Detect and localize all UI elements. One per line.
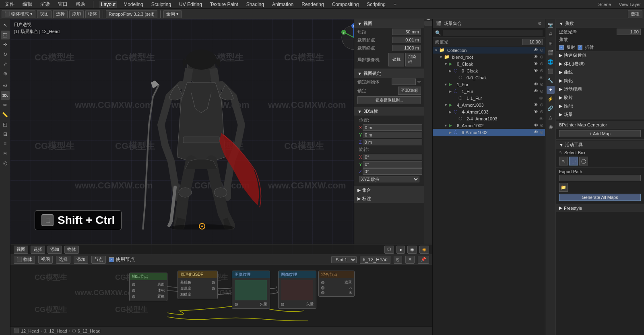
tool-icon-1[interactable]: ↖ [559,157,568,165]
select-icon-cloak-group[interactable]: ⊙ [540,61,543,66]
viewport-3d[interactable]: CG模型生 CG模型生 CG模型生 CG模型生 CG模型生 www.CGMXW.… [10,19,432,254]
pos-z-input[interactable] [363,139,422,145]
tab-modeling[interactable]: Modeling [122,1,145,8]
slot-select[interactable]: Slot 1 [331,256,357,263]
fast-gi-header[interactable]: ▶ 快速GI近似 [556,51,644,60]
clip-end-input[interactable] [392,45,421,51]
v3-btn[interactable]: V3 [1,81,10,90]
reflection-checkbox[interactable]: ✓ [559,45,564,50]
node-node-btn[interactable]: 节点 [91,256,106,264]
object-props-icon[interactable]: ⬛ [547,67,555,75]
retopo-btn[interactable]: RetopoFlow 3.2.3 (self) [106,10,157,18]
node-3[interactable]: 图像纹理 矢量 [232,271,270,309]
tool-select-box[interactable]: ⬚ [1,31,10,39]
node-add-btn[interactable]: 添加 [74,256,88,264]
solid-mode[interactable]: ● [396,246,405,254]
tab-texture-paint[interactable]: Texture Paint [208,1,240,8]
eye-icon-armor1003-sub[interactable]: 👁 [539,116,543,121]
item-header[interactable]: ▶ 标注 [354,194,424,203]
eye-icon-armor1003[interactable]: 👁 [534,102,538,108]
wireframe-toggle[interactable]: ⬡ [384,246,394,254]
select-icon-armor1002-group[interactable]: ⊙ [540,123,543,128]
tab-rendering[interactable]: Rendering [300,1,325,8]
collections-header[interactable]: ▶ 集合 [354,186,424,194]
material-props-icon[interactable]: ◉ [547,123,555,131]
pos-y-input[interactable] [363,132,422,138]
objectdata-props-icon[interactable]: △ [547,114,555,122]
tab-layout[interactable]: Layout [99,1,117,8]
cursor-3d-header[interactable]: ▼ 3D游标 [354,107,424,116]
object-mode-select[interactable]: ⬛ 物体模式 ▾ [2,10,35,18]
tool-extra1[interactable]: ◱ [1,120,10,129]
node-canvas[interactable]: CG模型生 CG模型生 CG模型生 www.CGMXW.com www.CGMX… [10,265,432,326]
eye-icon-fur-sub[interactable]: 👁 [539,96,543,101]
select-icon-fur-group[interactable]: ⊙ [540,82,543,87]
scene-header[interactable]: ▶ 场景 [556,110,644,119]
tool-m[interactable]: M [1,149,10,158]
filter-glossy-input[interactable] [617,29,641,35]
select-icon-armor1002-obj[interactable]: ⊙ [540,130,543,135]
tool-scale[interactable]: ⤢ [1,60,10,68]
tab-animation[interactable]: Animation [270,1,295,8]
render-region-btn[interactable]: 渲染框 [405,53,421,66]
tree-cloak-sub[interactable]: ⬡ 0-0_Cloak 👁 [433,74,545,81]
filter-icon[interactable]: ⚙ [538,21,542,26]
select-icon-collection[interactable]: ⊙ [540,48,543,53]
eye-icon-cloak-obj[interactable]: 👁 [534,68,538,73]
export-path-input[interactable] [559,175,641,181]
tool-cursor[interactable]: ↖ [1,21,10,30]
menu-help[interactable]: 帮助 [74,0,87,8]
view-section-header[interactable]: ▼ 视图 [354,19,424,28]
add-menu-btn[interactable]: 添加 [69,10,84,18]
tree-fur-sub[interactable]: ⬡ 1-1_Fur 👁 [433,95,545,101]
film-header[interactable]: ▶ 胶片 [556,93,644,102]
particles-props-icon[interactable]: ✦ [547,86,555,94]
select-icon-cloak-obj[interactable]: ⊙ [540,68,543,73]
lock-edit-icon[interactable]: ✏ [417,79,421,85]
viewport-select-btn[interactable]: 选择 [31,246,45,254]
clip-start-input[interactable] [392,37,421,43]
tree-cloak-group[interactable]: ▼ ▶ 0_Cloak 👁 ⊙ [433,60,545,67]
tree-blend-root[interactable]: ▼ 📁 blend_root 👁 ⊙ [433,54,545,60]
tree-armor1003-group[interactable]: ▼ ▶ 4_Armor1003 👁 ⊙ [433,101,545,108]
tab-extra[interactable]: + [392,1,398,8]
modifier-props-icon[interactable]: 🔧 [547,77,555,85]
xyz-euler-select[interactable]: XYZ 欧拉 [359,176,419,182]
tab-compositing[interactable]: Compositing [330,1,361,8]
select-icon-fur-obj[interactable]: ⊙ [540,89,543,94]
tab-sculpting[interactable]: Sculpting [150,1,173,8]
tool-rotate[interactable]: ↻ [1,50,10,59]
active-tool-header[interactable]: ▼ 活动工具 [556,141,644,149]
node-2[interactable]: 原理化BSDF 基础色 金属度 粗糙度 [178,271,218,299]
eye-icon-armor1002-obj[interactable]: 👁 [534,130,538,135]
menu-render[interactable]: 渲染 [39,0,52,8]
freestyle-header[interactable]: ▶ Freestyle [556,204,644,212]
curves-header[interactable]: ▶ 曲线 [556,68,644,77]
tab-uv-editing[interactable]: UV Editing [178,1,204,8]
folder-browse-btn[interactable]: 📁 [559,183,568,192]
select-icon-blend-root[interactable]: ⊙ [540,54,543,60]
node-view-btn[interactable]: 视图 [38,256,53,264]
threshold-input[interactable] [522,39,543,45]
menu-file[interactable]: 文件 [3,0,16,8]
tool-extra2[interactable]: ⊟ [1,130,10,139]
tool-annotate[interactable]: ✏ [1,101,10,110]
select-menu-btn[interactable]: 选择 [53,10,68,18]
select-icon-armor1003[interactable]: ⊙ [540,102,543,108]
use-nodes-checkbox[interactable]: ✓ [109,257,114,262]
rot-z-input[interactable] [363,168,422,175]
render-mode[interactable]: ◉ [419,246,429,254]
simplify-header[interactable]: ▶ 简化 [556,77,644,85]
add-map-btn[interactable]: + Add Map [559,130,641,137]
tree-cloak-obj[interactable]: ▶ ⬡ 0_Cloak 👁 ⊙ [433,67,545,74]
eye-icon-fur-obj[interactable]: 👁 [534,89,538,94]
outliner-search-input[interactable] [443,30,543,36]
node-pin-btn[interactable]: 📌 [418,256,429,264]
global-btn[interactable]: 全局 ▾ [163,10,182,18]
node-select-btn[interactable]: 选择 [56,256,70,264]
options-btn[interactable]: 选项 [628,10,642,18]
tree-armor1003-sub[interactable]: ⬡ 2-4_Armor1003 👁 [433,115,545,122]
tool-icon-2[interactable]: ⬚ [569,157,578,165]
tab-view-n[interactable]: 视图 [424,21,432,26]
node-object-type[interactable]: ⬛ 物体 [14,256,35,264]
